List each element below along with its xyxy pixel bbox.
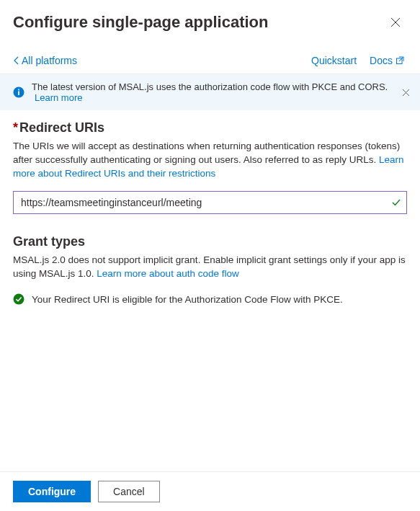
required-indicator: * (13, 120, 18, 135)
info-icon (13, 86, 24, 98)
redirect-description: The URIs we will accept as destinations … (13, 140, 407, 181)
cancel-button[interactable]: Cancel (98, 481, 160, 502)
dismiss-banner-button[interactable] (402, 89, 410, 97)
close-icon (390, 17, 401, 27)
status-text: Your Redirect URI is eligible for the Au… (32, 294, 343, 305)
chevron-left-icon (13, 56, 20, 65)
docs-label: Docs (370, 55, 393, 66)
eligibility-status: Your Redirect URI is eligible for the Au… (13, 293, 407, 305)
redirect-uris-heading: *Redirect URIs (13, 120, 407, 135)
svg-line-3 (399, 57, 403, 61)
valid-check-icon (391, 197, 401, 208)
info-message: The latest version of MSAL.js uses the a… (32, 81, 388, 92)
close-button[interactable] (388, 15, 403, 30)
external-link-icon (396, 56, 404, 65)
grant-learn-more-link[interactable]: Learn more about auth code flow (97, 268, 238, 279)
page-title: Configure single-page application (13, 13, 268, 32)
svg-point-9 (14, 294, 24, 305)
svg-point-5 (18, 89, 19, 91)
quickstart-link[interactable]: Quickstart (311, 55, 357, 66)
success-check-icon (13, 293, 24, 305)
configure-button[interactable]: Configure (13, 481, 91, 502)
docs-link[interactable]: Docs (370, 55, 404, 66)
redirect-uri-input[interactable] (13, 191, 407, 214)
back-all-platforms-link[interactable]: All platforms (13, 55, 77, 66)
grant-description: MSAL.js 2.0 does not support implicit gr… (13, 254, 407, 281)
info-banner: The latest version of MSAL.js uses the a… (0, 74, 420, 110)
svg-rect-6 (18, 92, 19, 96)
back-label: All platforms (22, 55, 77, 66)
info-learn-more-link[interactable]: Learn more (35, 92, 82, 103)
grant-types-heading: Grant types (13, 234, 407, 249)
